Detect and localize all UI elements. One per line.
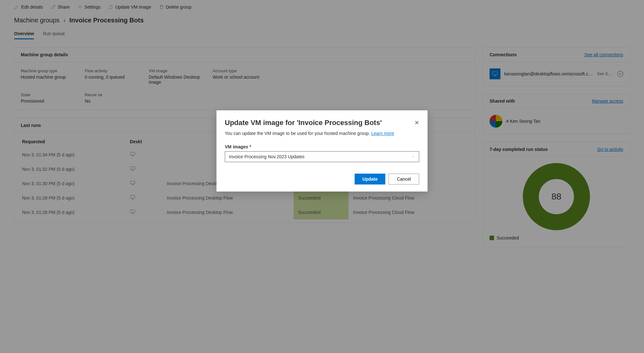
chevron-down-icon <box>411 155 415 159</box>
update-vm-modal: Update VM image for 'Invoice Processing … <box>216 110 428 192</box>
vm-image-value: Invoice Processing Nov.2023 Updates <box>229 154 304 159</box>
vm-images-label: VM images <box>225 144 248 149</box>
modal-title: Update VM image for 'Invoice Processing … <box>225 119 382 127</box>
modal-description: You can update the VM image to be used f… <box>225 131 371 136</box>
modal-overlay[interactable]: Update VM image for 'Invoice Processing … <box>0 0 644 255</box>
vm-image-select[interactable]: Invoice Processing Nov.2023 Updates <box>225 151 419 162</box>
update-button[interactable]: Update <box>355 174 385 184</box>
close-icon[interactable]: ✕ <box>414 119 419 126</box>
cancel-button[interactable]: Cancel <box>389 174 419 184</box>
required-indicator: * <box>249 144 251 149</box>
learn-more-link[interactable]: Learn more <box>371 131 394 136</box>
